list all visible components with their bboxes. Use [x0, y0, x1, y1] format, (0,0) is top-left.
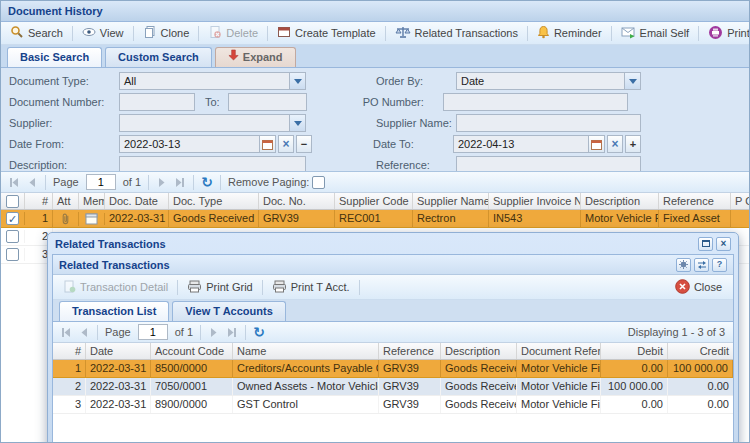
date-from-minus-button[interactable]: −	[296, 135, 312, 153]
select-all-checkbox[interactable]	[6, 195, 19, 208]
column-header-doc-date[interactable]: Doc. Date	[105, 193, 169, 209]
tab-custom-search[interactable]: Custom Search	[105, 47, 212, 67]
dialog-titlebar[interactable]: Related Transactions ×	[48, 233, 738, 254]
supplier-combo[interactable]	[119, 114, 306, 132]
panel-title: Related Transactions	[59, 259, 170, 271]
paperclip-icon[interactable]	[53, 212, 79, 226]
page-number-input[interactable]	[86, 174, 116, 190]
bell-icon	[537, 25, 550, 41]
related-transactions-button-label: Related Transactions	[415, 27, 518, 40]
memo-icon[interactable]	[79, 213, 105, 225]
column-header-reference[interactable]: Reference	[659, 193, 731, 209]
calendar-icon[interactable]	[589, 135, 605, 153]
row-checkbox[interactable]	[6, 230, 19, 243]
email-self-button[interactable]: Email Self	[616, 24, 695, 43]
document-number-label: Document Number:	[9, 96, 119, 108]
create-template-button[interactable]: Create Template	[272, 23, 381, 43]
column-header-document-reference[interactable]: Document Reference	[517, 343, 601, 359]
column-header-num[interactable]: #	[53, 343, 86, 359]
tab-view-t-accounts[interactable]: View T Accounts	[172, 301, 285, 321]
column-header-att[interactable]: Att	[53, 193, 79, 209]
sync-icon[interactable]	[694, 258, 709, 272]
po-number-input[interactable]	[443, 93, 628, 111]
displaying-status: Displaying 1 - 3 of 3	[628, 326, 729, 338]
document-number-to-input[interactable]	[228, 93, 307, 111]
dialog-title: Related Transactions	[55, 238, 166, 250]
transaction-detail-icon	[63, 280, 76, 295]
chevron-down-icon[interactable]	[289, 72, 306, 90]
gear-icon[interactable]	[676, 258, 691, 272]
refresh-icon[interactable]: ↻	[250, 324, 268, 341]
help-icon[interactable]: ?	[712, 258, 727, 272]
row-checkbox[interactable]	[6, 248, 19, 261]
print-grid-button[interactable]: Print Grid	[182, 278, 257, 297]
date-to-input[interactable]	[453, 135, 589, 153]
table-row[interactable]: 3 2022-03-31 8900/0000 GST Control GRV39…	[53, 396, 733, 414]
chevron-down-icon[interactable]	[289, 114, 306, 132]
document-number-from-input[interactable]	[119, 93, 195, 111]
clone-button[interactable]: Clone	[138, 23, 195, 43]
order-by-value: Date	[456, 72, 624, 90]
print-t-acct-button[interactable]: Print T Acct.	[267, 278, 355, 297]
column-header-reference[interactable]: Reference	[379, 343, 441, 359]
expand-button[interactable]: Expand	[215, 47, 296, 67]
dialog-grid-body: 1 2022-03-31 8500/0000 Creditors/Account…	[53, 360, 733, 443]
clone-button-label: Clone	[161, 27, 190, 40]
refresh-icon[interactable]: ↻	[198, 174, 216, 191]
view-button-label: View	[100, 27, 124, 40]
date-from-clear-button[interactable]: ×	[278, 135, 294, 153]
description-input[interactable]	[119, 156, 306, 172]
first-page-icon	[5, 174, 23, 191]
create-template-button-label: Create Template	[295, 27, 376, 40]
column-header-description[interactable]: Description	[441, 343, 517, 359]
reminder-button[interactable]: Reminder	[532, 23, 607, 43]
chevron-down-icon[interactable]	[624, 72, 641, 90]
cell-supplier-name: Rectron	[413, 210, 489, 227]
expand-button-label: Expand	[243, 48, 283, 67]
column-header-supplier-code[interactable]: Supplier Code	[335, 193, 413, 209]
view-button[interactable]: View	[77, 23, 129, 43]
table-row[interactable]: 1 2022-03-31 8500/0000 Creditors/Account…	[53, 360, 733, 378]
column-header-name[interactable]: Name	[233, 343, 379, 359]
search-button[interactable]: Search	[5, 23, 68, 43]
print-export-button[interactable]: Print / Export	[703, 23, 750, 44]
toolbar-separator	[527, 26, 528, 41]
table-row[interactable]: 1 2022-03-31 Goods Received N... GRV39 R…	[1, 210, 749, 228]
supplier-name-input[interactable]	[456, 114, 641, 132]
column-header-po[interactable]: P O	[731, 193, 749, 209]
column-header-num[interactable]: #	[25, 193, 53, 209]
page-number-input[interactable]	[138, 324, 168, 340]
column-header-credit[interactable]: Credit	[668, 343, 733, 359]
column-header-description[interactable]: Description	[581, 193, 659, 209]
print-export-button-label: Print / Export	[727, 27, 750, 40]
related-transactions-button[interactable]: Related Transactions	[390, 23, 523, 43]
row-checkbox[interactable]	[6, 212, 19, 225]
calendar-icon[interactable]	[260, 135, 276, 153]
document-type-combo[interactable]: All	[119, 72, 306, 90]
column-header-debit[interactable]: Debit	[601, 343, 668, 359]
tab-transaction-list[interactable]: Transaction List	[59, 301, 169, 321]
column-header-memo[interactable]: Memo	[79, 193, 105, 209]
maximize-icon[interactable]	[698, 237, 713, 251]
remove-paging-checkbox[interactable]	[312, 176, 325, 189]
tab-basic-search[interactable]: Basic Search	[7, 47, 102, 67]
dialog-tabstrip: Transaction List View T Accounts	[53, 300, 733, 322]
date-to-plus-button[interactable]: +	[625, 135, 641, 153]
close-icon[interactable]: ×	[716, 237, 731, 251]
table-row[interactable]: 2 2022-03-31 7050/0001 Owned Assets - Mo…	[53, 378, 733, 396]
first-page-icon	[57, 324, 75, 341]
cell-doc-no: GRV39	[259, 210, 335, 227]
date-to-clear-button[interactable]: ×	[607, 135, 623, 153]
column-header-doc-type[interactable]: Doc. Type	[169, 193, 259, 209]
column-header-doc-no[interactable]: Doc. No.	[259, 193, 335, 209]
delete-icon	[208, 25, 222, 41]
page-of-label: of 1	[123, 176, 141, 188]
order-by-combo[interactable]: Date	[456, 72, 641, 90]
column-header-supplier-name[interactable]: Supplier Name	[413, 193, 489, 209]
column-header-date[interactable]: Date	[86, 343, 151, 359]
close-button[interactable]: Close	[669, 277, 728, 298]
column-header-supplier-invoice-no[interactable]: Supplier Invoice No.	[489, 193, 581, 209]
reference-input[interactable]	[456, 156, 641, 172]
column-header-account-code[interactable]: Account Code	[151, 343, 233, 359]
date-from-input[interactable]	[119, 135, 260, 153]
